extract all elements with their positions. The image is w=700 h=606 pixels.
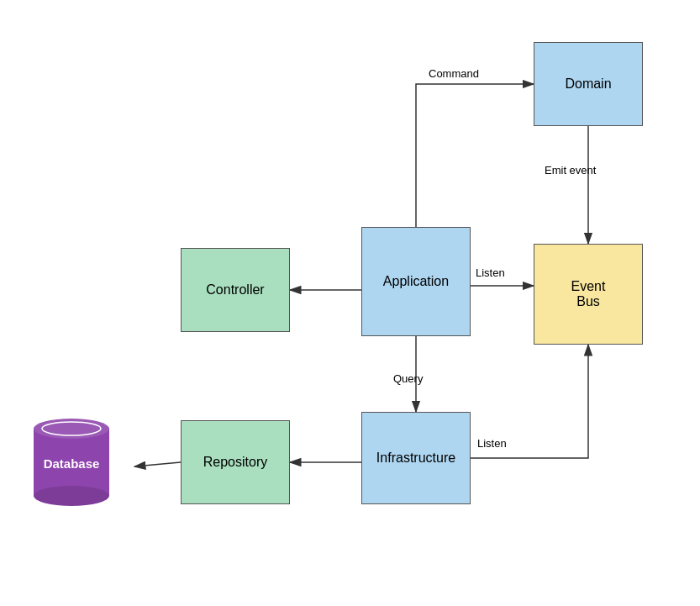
- svg-text:Database: Database: [44, 456, 100, 471]
- application-label: Application: [383, 274, 449, 289]
- controller-box: Controller: [181, 248, 290, 332]
- infrastructure-box: Infrastructure: [361, 412, 471, 504]
- infrastructure-label: Infrastructure: [376, 451, 455, 466]
- listen-label-1: Listen: [476, 266, 505, 279]
- command-label: Command: [429, 67, 479, 80]
- architecture-diagram: Domain Application EventBus Controller I…: [0, 0, 700, 606]
- controller-label: Controller: [206, 282, 264, 298]
- domain-label: Domain: [565, 76, 611, 92]
- emit-event-label: Emit event: [545, 164, 596, 177]
- domain-box: Domain: [534, 42, 643, 126]
- database-svg: Database: [25, 412, 134, 521]
- query-label: Query: [393, 372, 423, 385]
- listen-label-2: Listen: [477, 437, 507, 450]
- repository-box: Repository: [181, 420, 290, 504]
- eventbus-label: EventBus: [571, 279, 606, 309]
- eventbus-box: EventBus: [534, 244, 643, 345]
- svg-line-7: [134, 462, 181, 466]
- svg-point-10: [34, 486, 109, 506]
- repository-label: Repository: [203, 455, 267, 470]
- application-box: Application: [361, 227, 471, 336]
